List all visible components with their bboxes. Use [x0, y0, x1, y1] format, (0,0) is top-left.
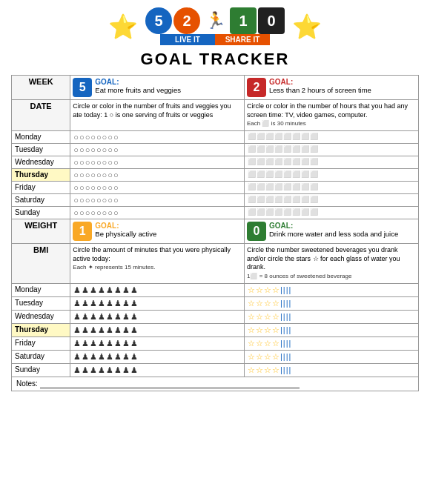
fruit-icons-friday: ○○○○○○○○	[70, 182, 245, 194]
screen-icons-wednesday: ⬜⬜⬜⬜⬜⬜⬜⬜	[245, 156, 419, 169]
goal4-label: GOAL:	[269, 222, 293, 230]
star-right-icon: ⭐	[292, 13, 322, 41]
day-thursday-top: Thursday	[12, 169, 70, 182]
logo: 5 2 🏃 1 0 LIVE IT SHARE IT	[145, 7, 285, 45]
fruit-icons-sunday: ○○○○○○○○	[70, 207, 245, 219]
goal4-badge: 0	[247, 222, 266, 241]
person-icons-monday: ♟♟♟♟♟♟♟♟	[70, 283, 245, 296]
screen-icons-thursday: ⬜⬜⬜⬜⬜⬜⬜⬜	[245, 169, 419, 182]
table-row: Sunday ○○○○○○○○ ⬜⬜⬜⬜⬜⬜⬜⬜	[12, 207, 419, 219]
bmi-label: BMI	[12, 244, 70, 284]
goal1-text: Eat more fruits and veggies	[95, 86, 181, 94]
day-saturday-bottom: Saturday	[12, 350, 70, 363]
star-water-icons-monday: ☆☆☆☆ ||||	[245, 283, 419, 296]
goal3-label: GOAL:	[95, 222, 119, 230]
date-desc2: Circle or color in the number of hours t…	[245, 100, 419, 131]
day-saturday-top: Saturday	[12, 194, 70, 207]
screen-icons-tuesday: ⬜⬜⬜⬜⬜⬜⬜⬜	[245, 144, 419, 156]
notes-line	[40, 379, 300, 388]
fruit-icons-saturday: ○○○○○○○○	[70, 194, 245, 207]
goal2-label: GOAL:	[269, 78, 293, 86]
logo-num-0: 0	[258, 7, 285, 34]
screen-icons-monday: ⬜⬜⬜⬜⬜⬜⬜⬜	[245, 131, 419, 144]
goal4-text: Drink more water and less soda and juice	[269, 230, 398, 238]
goal3-text: Be physically active	[95, 230, 156, 238]
star-water-icons-friday: ☆☆☆☆ ||||	[245, 336, 419, 350]
person-icons-friday: ♟♟♟♟♟♟♟♟	[70, 336, 245, 350]
table-row: Saturday ♟♟♟♟♟♟♟♟ ☆☆☆☆ ||||	[12, 350, 419, 363]
star-water-icons-wednesday: ☆☆☆☆ ||||	[245, 310, 419, 323]
person-icons-thursday: ♟♟♟♟♟♟♟♟	[70, 323, 245, 336]
notes-cell: Notes:	[12, 377, 419, 391]
table-row: Tuesday ♟♟♟♟♟♟♟♟ ☆☆☆☆ ||||	[12, 296, 419, 310]
date-row: DATE Circle or color in the number of fr…	[12, 100, 419, 131]
goal1-label: GOAL:	[95, 78, 119, 86]
table-row: Thursday ○○○○○○○○ ⬜⬜⬜⬜⬜⬜⬜⬜	[12, 169, 419, 182]
person-icons-sunday: ♟♟♟♟♟♟♟♟	[70, 363, 245, 377]
weight-row: WEIGHT 1 GOAL: Be physically active 0 GO…	[12, 219, 419, 244]
person-icons-wednesday: ♟♟♟♟♟♟♟♟	[70, 310, 245, 323]
day-friday-bottom: Friday	[12, 336, 70, 350]
logo-figure-icon: 🏃	[202, 7, 228, 34]
star-water-icons-tuesday: ☆☆☆☆ ||||	[245, 296, 419, 310]
day-thursday-bottom: Thursday	[12, 323, 70, 336]
table-row: Thursday ♟♟♟♟♟♟♟♟ ☆☆☆☆ ||||	[12, 323, 419, 336]
weight-label: WEIGHT	[12, 219, 70, 244]
goal1-badge: 5	[73, 78, 92, 97]
star-water-icons-sunday: ☆☆☆☆ ||||	[245, 363, 419, 377]
fruit-icons-wednesday: ○○○○○○○○	[70, 156, 245, 169]
goal2-text: Less than 2 hours of screen time	[269, 86, 371, 94]
table-row: Monday ♟♟♟♟♟♟♟♟ ☆☆☆☆ ||||	[12, 283, 419, 296]
day-monday-bottom: Monday	[12, 283, 70, 296]
weight-goal2-cell: 0 GOAL: Drink more water and less soda a…	[245, 219, 419, 244]
star-water-icons-saturday: ☆☆☆☆ ||||	[245, 350, 419, 363]
notes-label: Notes:	[16, 379, 38, 388]
fruit-icons-tuesday: ○○○○○○○○	[70, 144, 245, 156]
screen-icons-sunday: ⬜⬜⬜⬜⬜⬜⬜⬜	[245, 207, 419, 219]
logo-num-1: 1	[230, 7, 257, 34]
goal2-badge: 2	[247, 78, 266, 97]
person-icons-tuesday: ♟♟♟♟♟♟♟♟	[70, 296, 245, 310]
logo-num-2: 2	[173, 7, 200, 34]
day-tuesday-bottom: Tuesday	[12, 296, 70, 310]
date-label: DATE	[12, 100, 70, 131]
page: ⭐ 5 2 🏃 1 0 LIVE IT SHARE IT ⭐ GOAL TRAC…	[0, 0, 430, 399]
star-left-icon: ⭐	[108, 13, 138, 41]
main-table: WEEK 5 GOAL: Eat more fruits and veggies…	[11, 75, 419, 391]
logo-live-it: LIVE IT	[160, 34, 215, 45]
table-row: Sunday ♟♟♟♟♟♟♟♟ ☆☆☆☆ ||||	[12, 363, 419, 377]
person-icons-saturday: ♟♟♟♟♟♟♟♟	[70, 350, 245, 363]
table-row: Monday ○○○○○○○○ ⬜⬜⬜⬜⬜⬜⬜⬜	[12, 131, 419, 144]
notes-row: Notes:	[12, 377, 419, 391]
week-goal1-cell: 5 GOAL: Eat more fruits and veggies	[70, 76, 245, 100]
page-title: GOAL TRACKER	[11, 50, 419, 69]
table-row: Friday ○○○○○○○○ ⬜⬜⬜⬜⬜⬜⬜⬜	[12, 182, 419, 194]
goal3-badge: 1	[73, 222, 92, 241]
day-wednesday-bottom: Wednesday	[12, 310, 70, 323]
logo-num-5: 5	[145, 7, 172, 34]
fruit-icons-thursday: ○○○○○○○○	[70, 169, 245, 182]
day-monday-top: Monday	[12, 131, 70, 144]
week-goal2-cell: 2 GOAL: Less than 2 hours of screen time	[245, 76, 419, 100]
table-row: Wednesday ♟♟♟♟♟♟♟♟ ☆☆☆☆ ||||	[12, 310, 419, 323]
star-water-icons-thursday: ☆☆☆☆ ||||	[245, 323, 419, 336]
header: ⭐ 5 2 🏃 1 0 LIVE IT SHARE IT ⭐	[11, 7, 419, 45]
screen-icons-saturday: ⬜⬜⬜⬜⬜⬜⬜⬜	[245, 194, 419, 207]
bmi-row: BMI Circle the amount of minutes that yo…	[12, 244, 419, 284]
day-friday-top: Friday	[12, 182, 70, 194]
day-sunday-top: Sunday	[12, 207, 70, 219]
logo-share-it: SHARE IT	[215, 34, 270, 45]
screen-icons-friday: ⬜⬜⬜⬜⬜⬜⬜⬜	[245, 182, 419, 194]
table-row: Tuesday ○○○○○○○○ ⬜⬜⬜⬜⬜⬜⬜⬜	[12, 144, 419, 156]
date-desc1: Circle or color in the number of fruits …	[70, 100, 245, 131]
week-label: WEEK	[12, 76, 70, 100]
table-row: Wednesday ○○○○○○○○ ⬜⬜⬜⬜⬜⬜⬜⬜	[12, 156, 419, 169]
day-sunday-bottom: Sunday	[12, 363, 70, 377]
week-row: WEEK 5 GOAL: Eat more fruits and veggies…	[12, 76, 419, 100]
fruit-icons-monday: ○○○○○○○○	[70, 131, 245, 144]
day-tuesday-top: Tuesday	[12, 144, 70, 156]
weight-goal1-cell: 1 GOAL: Be physically active	[70, 219, 245, 244]
table-row: Friday ♟♟♟♟♟♟♟♟ ☆☆☆☆ ||||	[12, 336, 419, 350]
day-wednesday-top: Wednesday	[12, 156, 70, 169]
bmi-desc2: Circle the number sweetened beverages yo…	[245, 244, 419, 284]
